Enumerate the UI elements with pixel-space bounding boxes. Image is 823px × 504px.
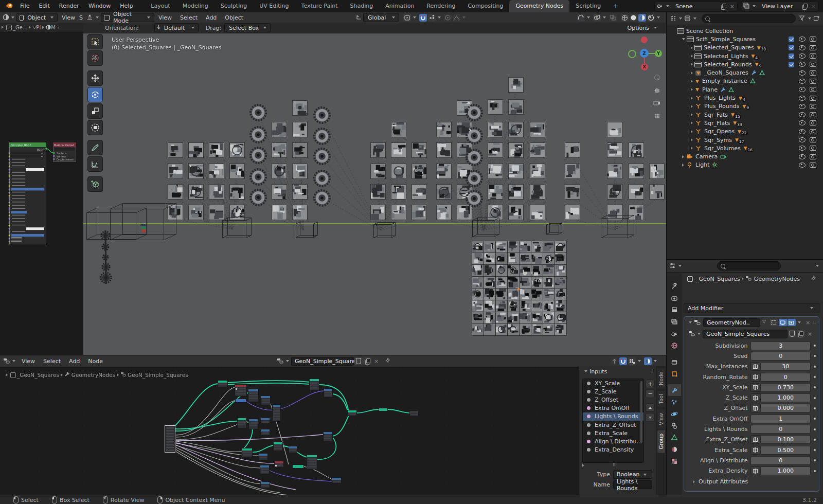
tool-select-box[interactable] [87,34,103,49]
type-dropdown[interactable]: Boolean [613,470,652,479]
drag-handle[interactable]: ⠿ [650,369,653,374]
disable-render-icon[interactable] [810,137,816,142]
axis-neg-y-ball[interactable] [628,50,636,58]
perspective-toggle-icon[interactable] [651,110,663,121]
disable-render-icon[interactable] [810,154,816,159]
outliner-row[interactable]: Plus_Rounds▼9 [667,102,823,111]
shading-solid-button[interactable] [630,14,637,22]
disclosure-right-icon[interactable] [691,121,693,124]
animate-dot[interactable] [814,459,816,461]
disable-render-icon[interactable] [810,129,816,134]
properties-tab-modifiers[interactable] [668,384,681,396]
drag-dropdown[interactable]: Select Box [224,23,271,32]
breadcrumb-mesh[interactable]: Pl [36,25,41,30]
view-layer-selector[interactable]: View Layer × [741,1,819,11]
node-group-field[interactable]: GeoN_Simple_Squares [703,330,788,338]
node-group-name-field[interactable]: GeoN_Simple_Squares [291,357,354,366]
shader-type-dropdown[interactable]: Object [16,13,58,22]
disclosure-right-icon[interactable] [691,88,693,91]
tab-texture-paint[interactable]: Texture Paint [295,0,344,12]
tab-modeling[interactable]: Modeling [176,0,214,12]
scene-selector[interactable]: Scene × [654,1,738,11]
attribute-toggle-button[interactable] [750,404,760,412]
disable-render-icon[interactable] [810,37,816,42]
disable-render-icon[interactable] [810,112,816,117]
fake-user-button[interactable] [788,330,796,337]
outliner-item-label[interactable]: Light [695,161,709,168]
pin-icon[interactable] [385,357,392,365]
outliner-item-label[interactable]: Selected_Lights [704,53,748,60]
disclosure-right-icon[interactable] [682,164,684,167]
outliner-row[interactable]: Sqr_Fats▼15 [667,111,823,119]
sidebar-tab-view[interactable]: View [657,409,665,429]
properties-tab-data[interactable] [668,431,681,443]
fake-user-button[interactable] [354,357,363,365]
drag-handle[interactable]: ⠿ [813,320,816,325]
node-menu-select[interactable]: Select [39,358,65,365]
disable-render-icon[interactable] [810,146,816,151]
field-value[interactable]: 0.000 [760,404,811,412]
disable-render-icon[interactable] [810,62,816,67]
disclosure-right-icon[interactable] [691,71,693,75]
viewport-canvas[interactable] [83,33,666,355]
move-down-button[interactable] [646,413,655,422]
animate-dot[interactable] [814,386,816,388]
attribute-toggle-button[interactable] [750,393,760,402]
outliner-item-label[interactable]: Sqr_Flats [704,120,730,127]
animate-dot[interactable] [814,418,816,420]
shader-menu-view[interactable]: View [58,14,79,21]
animate-dot[interactable] [814,345,816,347]
disclosure-right-icon[interactable] [682,155,684,158]
hide-eye-icon[interactable] [799,154,806,159]
modifier-panel-header[interactable]: GeometryNod.. ▽ × ⠿ [684,317,819,328]
overlays-button[interactable] [644,357,652,365]
orientation-dropdown[interactable]: Global [363,13,399,22]
properties-tab-constraints[interactable] [668,420,681,431]
disable-render-icon[interactable] [810,79,816,84]
attribute-toggle-button[interactable] [750,362,760,371]
snap-with-button[interactable] [428,14,436,22]
outliner-row[interactable]: ▼Plane [667,85,823,94]
shader-menu-select[interactable]: S [79,14,83,21]
disclosure-right-icon[interactable] [691,80,693,83]
properties-search-input[interactable] [717,261,781,271]
disable-render-icon[interactable] [810,45,816,50]
properties-tab-particles[interactable] [668,396,681,408]
hide-eye-icon[interactable] [799,112,806,117]
tab-compositing[interactable]: Compositing [462,0,510,12]
hide-eye-icon[interactable] [799,129,806,134]
disclosure-right-icon[interactable] [691,55,693,58]
name-field[interactable]: Lights \ Rounds [613,480,652,489]
viewport-editor-type-icon[interactable] [86,14,94,21]
shader-editor-canvas[interactable] [0,32,83,355]
properties-tab-scene[interactable] [668,328,681,339]
outliner-row[interactable]: Selected_Rounds▼9 [667,60,823,68]
move-up-button[interactable] [646,403,655,412]
menu-edit[interactable]: Edit [34,0,54,12]
animate-dot[interactable] [814,439,816,441]
filter-icon[interactable] [799,15,806,22]
breadcrumb-modifier[interactable]: GeometryNodes [71,372,115,378]
copy-button[interactable] [797,330,805,337]
outliner-row[interactable]: Sqr_Volumes▼16 [667,144,823,152]
selectable-checkbox[interactable] [789,53,794,59]
outliner-item-label[interactable]: _GeoN_Squares [704,69,748,76]
hide-eye-icon[interactable] [799,104,806,109]
properties-tab-output[interactable] [668,304,681,316]
disclosure-right-icon[interactable] [691,46,693,49]
tool-scale[interactable] [87,103,103,119]
remove-input-button[interactable]: − [646,389,655,398]
outliner-item-label[interactable]: Selected_Rounds [704,61,752,68]
tool-move[interactable] [87,70,103,86]
animate-dot[interactable] [814,407,816,409]
attribute-toggle-button[interactable] [750,466,760,475]
field-value[interactable]: 0.100 [760,435,811,444]
disable-render-icon[interactable] [810,96,816,101]
viewport-menu-add[interactable]: Add [202,14,221,21]
disable-render-icon[interactable] [810,87,816,92]
field-value[interactable]: 1.000 [760,466,811,475]
disclosure-down-icon[interactable] [682,38,685,40]
disable-render-icon[interactable] [810,120,816,125]
proportional-editing-button[interactable] [444,14,452,22]
selectable-checkbox[interactable] [789,62,794,67]
